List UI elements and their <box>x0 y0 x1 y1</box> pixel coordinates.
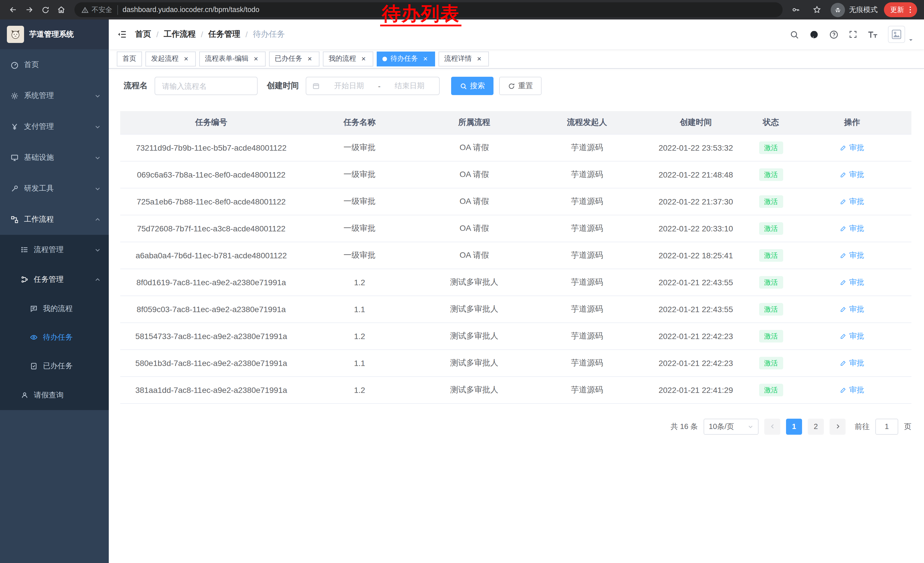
sidebar-item-infra[interactable]: 基础设施 <box>0 142 109 173</box>
sidebar-item-devtools[interactable]: 研发工具 <box>0 173 109 204</box>
pagination: 共 16 条 10条/页 1 2 前往 页 <box>120 418 911 434</box>
tab-start-process[interactable]: 发起流程 <box>146 51 196 66</box>
approve-link[interactable]: 审批 <box>840 169 864 180</box>
cell-starter: 芋道源码 <box>531 188 642 215</box>
goto-label: 前往 <box>855 421 870 432</box>
table-row: 069c6a63-7b8a-11ec-8ef0-acde48001122 一级审… <box>120 161 911 188</box>
cell-task-name: 1.2 <box>302 269 417 296</box>
help-button[interactable] <box>829 30 839 39</box>
security-chip[interactable]: 不安全 <box>81 5 118 15</box>
tab-my-process[interactable]: 我的流程 <box>323 51 373 66</box>
close-icon[interactable] <box>475 55 483 63</box>
sidebar-toggle-button[interactable] <box>117 29 127 39</box>
fullscreen-icon <box>848 30 858 39</box>
process-name-label: 流程名 <box>124 81 148 91</box>
sidebar-item-leave-query[interactable]: 请假查询 <box>0 380 109 410</box>
font-size-icon <box>867 30 878 39</box>
update-menu-button[interactable]: 更新 <box>884 2 917 17</box>
approve-link[interactable]: 审批 <box>840 223 864 233</box>
header-search-button[interactable] <box>789 30 799 39</box>
approve-link[interactable]: 审批 <box>840 304 864 314</box>
user-menu[interactable] <box>888 26 914 43</box>
cell-task-name: 1.1 <box>302 296 417 323</box>
tab-form-edit[interactable]: 流程表单-编辑 <box>199 51 266 66</box>
active-dot <box>382 56 387 61</box>
approve-link[interactable]: 审批 <box>840 142 864 153</box>
approve-link[interactable]: 审批 <box>840 331 864 341</box>
sidebar-item-my-process[interactable]: 我的流程 <box>0 294 109 323</box>
refresh-button[interactable] <box>38 2 52 17</box>
app-logo-bar[interactable]: 芋道管理系统 <box>0 20 109 49</box>
breadcrumb-task-mgmt[interactable]: 任务管理 <box>208 29 240 39</box>
url-text: dashboard.yudao.iocoder.cn/bpm/task/todo <box>123 6 260 14</box>
sidebar-item-payment[interactable]: 支付管理 <box>0 111 109 142</box>
approve-link-label: 审批 <box>849 223 864 233</box>
sidebar-item-done-tasks[interactable]: 已办任务 <box>0 352 109 380</box>
browser-chrome: 不安全 dashboard.yudao.iocoder.cn/bpm/task/… <box>0 0 924 20</box>
sidebar-item-todo-tasks[interactable]: 待办任务 <box>0 323 109 352</box>
tab-home[interactable]: 首页 <box>117 51 142 66</box>
breadcrumb-separator <box>246 30 248 39</box>
cell-starter: 芋道源码 <box>531 215 642 242</box>
cell-process: OA 请假 <box>417 188 531 215</box>
approve-link[interactable]: 审批 <box>840 196 864 206</box>
passwords-button[interactable] <box>788 2 803 17</box>
approve-link[interactable]: 审批 <box>840 358 864 368</box>
range-separator: - <box>378 82 381 90</box>
fullscreen-button[interactable] <box>848 30 858 39</box>
col-process: 所属流程 <box>417 111 531 134</box>
breadcrumb-workflow[interactable]: 工作流程 <box>164 29 196 39</box>
close-icon[interactable] <box>422 55 429 63</box>
approve-link[interactable]: 审批 <box>840 384 864 395</box>
cell-task-id: 8f059c03-7ac8-11ec-a9e2-a2380e71991a <box>120 296 302 323</box>
reset-button[interactable]: 重置 <box>499 77 542 95</box>
bookmark-button[interactable] <box>810 2 824 17</box>
tab-process-detail[interactable]: 流程详情 <box>438 51 489 66</box>
forward-button[interactable] <box>22 2 37 17</box>
close-icon[interactable] <box>360 55 368 63</box>
font-size-button[interactable] <box>867 30 878 39</box>
table-row: 381aa1dd-7ac8-11ec-a9e2-a2380e71991a 1.2… <box>120 376 911 403</box>
search-button[interactable]: 搜索 <box>451 77 494 95</box>
tab-label: 流程表单-编辑 <box>205 54 249 63</box>
sidebar-item-workflow[interactable]: 工作流程 <box>0 204 109 235</box>
page-size-select[interactable]: 10条/页 <box>704 418 759 434</box>
sidebar-item-label: 待办任务 <box>43 332 73 342</box>
next-page-button[interactable] <box>830 418 846 434</box>
sidebar-item-task-mgmt[interactable]: 任务管理 <box>0 264 109 294</box>
sidebar-item-process-mgmt[interactable]: 流程管理 <box>0 235 109 264</box>
page-button-2[interactable]: 2 <box>808 418 824 434</box>
process-name-input[interactable] <box>154 77 258 95</box>
back-button[interactable] <box>6 2 21 17</box>
table-row: a6aba0a4-7b6d-11ec-b781-acde48001122 一级审… <box>120 242 911 269</box>
approve-link[interactable]: 审批 <box>840 277 864 287</box>
sidebar-item-label: 基础设施 <box>24 152 54 163</box>
incognito-badge[interactable]: 无痕模式 <box>831 3 878 17</box>
close-icon[interactable] <box>252 55 260 63</box>
breadcrumb-home[interactable]: 首页 <box>135 29 151 39</box>
close-icon[interactable] <box>306 55 314 63</box>
screen: 不安全 dashboard.yudao.iocoder.cn/bpm/task/… <box>0 0 924 563</box>
incognito-icon <box>834 6 842 14</box>
sidebar-item-label: 研发工具 <box>24 183 54 194</box>
tab-done-tasks[interactable]: 已办任务 <box>269 51 320 66</box>
github-button[interactable] <box>809 29 819 39</box>
dashboard-icon <box>10 60 19 69</box>
page-button-1[interactable]: 1 <box>786 418 802 434</box>
approve-link[interactable]: 审批 <box>840 250 864 260</box>
tab-todo-tasks[interactable]: 待办任务 <box>377 51 435 66</box>
cell-created: 2022-01-21 22:42:23 <box>642 349 749 376</box>
date-range-picker[interactable]: 开始日期 - 结束日期 <box>306 77 440 95</box>
breadcrumb-current: 待办任务 <box>253 29 285 39</box>
sidebar-item-home[interactable]: 首页 <box>0 49 109 80</box>
table-header-row: 任务编号 任务名称 所属流程 流程发起人 创建时间 状态 操作 <box>120 111 911 134</box>
status-badge: 激活 <box>759 357 783 369</box>
prev-page-button[interactable] <box>764 418 780 434</box>
home-button[interactable] <box>54 2 69 17</box>
goto-page-input[interactable] <box>875 418 898 434</box>
start-date-placeholder: 开始日期 <box>325 81 373 91</box>
close-icon[interactable] <box>182 55 190 63</box>
incognito-avatar <box>831 3 845 17</box>
sidebar-item-system[interactable]: 系统管理 <box>0 80 109 111</box>
approve-link-label: 审批 <box>849 142 864 153</box>
